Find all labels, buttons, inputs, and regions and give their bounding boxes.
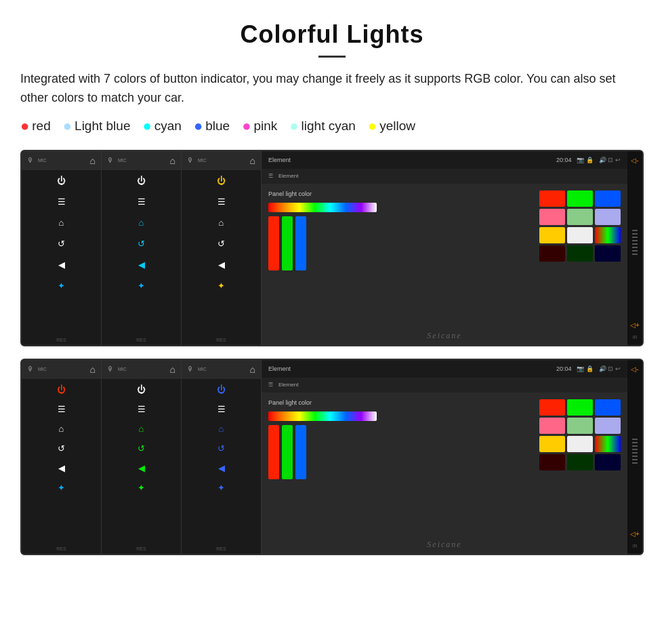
bar-green-1 bbox=[282, 216, 293, 270]
refresh-icon-3: ↺ bbox=[217, 239, 225, 249]
bulb-blue: ● bbox=[194, 117, 203, 135]
house-icon-6: ⌂ bbox=[219, 424, 224, 434]
screen-header-2: Element 20:04 📷 🔒 🔊 ⊡ ↩ bbox=[262, 360, 627, 378]
home-icon-4: ⌂ bbox=[90, 364, 96, 375]
panel4-icons: ⏻ ☰ ⌂ ↺ ◀ ✦ bbox=[22, 379, 101, 544]
mic-label-4: MIC bbox=[38, 367, 47, 371]
mic-label-1: MIC bbox=[38, 158, 47, 163]
grid-cell-r4c3 bbox=[595, 245, 621, 262]
house-icon-5: ⌂ bbox=[139, 424, 144, 434]
back-icon-4: ◀ bbox=[58, 463, 65, 473]
bt-icon-2: ✦ bbox=[138, 281, 145, 291]
menu-icon-3: ☰ bbox=[217, 197, 226, 207]
vol-down-icon-1: ◁- bbox=[631, 157, 638, 164]
panel-light-section-2: Panel light color bbox=[268, 399, 533, 533]
color-indicators-row: ● red ● Light blue ● cyan ● blue ● pink … bbox=[20, 117, 644, 135]
panel6-icons: ⏻ ☰ ⌂ ↺ ◀ ✦ bbox=[182, 379, 261, 544]
refresh-icon-4: ↺ bbox=[58, 443, 65, 454]
grid2-cell-r1c1 bbox=[539, 399, 565, 416]
color-item-blue: ● blue bbox=[194, 117, 230, 135]
page-container: Colorful Lights Integrated with 7 colors… bbox=[0, 0, 664, 569]
device-row-2: 🎙 MIC ⌂ ⏻ ☰ ⌂ ↺ ◀ ✦ RES 🎙 MIC bbox=[20, 359, 644, 555]
grid-cell-r1c3 bbox=[595, 190, 621, 207]
house-icon-4: ⌂ bbox=[59, 424, 64, 434]
screen-subtitle-1: Element bbox=[278, 173, 298, 179]
screen-nav-2: 🔊 ⊡ ↩ bbox=[599, 365, 621, 372]
mic-label-3: MIC bbox=[198, 158, 207, 163]
rainbow-bar-1 bbox=[268, 203, 377, 212]
back-icon-5: ◀ bbox=[138, 463, 145, 473]
color-label-lightcyan: light cyan bbox=[302, 119, 356, 134]
color-bars-2 bbox=[268, 425, 533, 479]
panel5-icons: ⏻ ☰ ⌂ ↺ ◀ ✦ bbox=[102, 379, 181, 544]
panel1-topbar: 🎙 MIC ⌂ bbox=[22, 151, 101, 170]
grid-cell-r3c2 bbox=[567, 227, 593, 243]
grid-cell-r1c1 bbox=[539, 190, 565, 207]
mic-label-5: MIC bbox=[118, 367, 127, 371]
mic-label-2: MIC bbox=[118, 158, 127, 163]
color-label-cyan: cyan bbox=[154, 119, 182, 134]
main-screen-1: Element 20:04 📷 🔒 🔊 ⊡ ↩ ☰ Element Panel … bbox=[262, 151, 627, 345]
house-icon-1: ⌂ bbox=[59, 218, 64, 228]
panel5-topbar: 🎙 MIC ⌂ bbox=[102, 360, 181, 379]
bt-icon-5: ✦ bbox=[138, 483, 145, 493]
color-item-lightcyan: ● light cyan bbox=[289, 117, 356, 135]
panel-light-title-1: Panel light color bbox=[268, 190, 533, 197]
res-label-2: RES bbox=[102, 335, 181, 345]
color-item-yellow: ● yellow bbox=[368, 117, 415, 135]
refresh-icon-6: ↺ bbox=[217, 443, 225, 454]
bar-red-2 bbox=[268, 425, 279, 479]
color-label-red: red bbox=[32, 119, 50, 134]
grid-cell-r4c1 bbox=[539, 245, 565, 262]
description-text: Integrated with 7 colors of button indic… bbox=[20, 70, 644, 108]
bt-icon-3: ✦ bbox=[217, 281, 225, 291]
screen-icons-2: 📷 🔒 bbox=[577, 365, 594, 372]
panel-light-title-2: Panel light color bbox=[268, 399, 533, 406]
screen-icons-1: 📷 🔒 bbox=[577, 157, 594, 163]
panel1-icons: ⏻ ☰ ⌂ ↺ ◀ ✦ bbox=[22, 170, 101, 335]
panel4-topbar: 🎙 MIC ⌂ bbox=[22, 360, 101, 379]
res-label-4: RES bbox=[22, 544, 101, 554]
screen-content-2: Panel light color bbox=[262, 393, 627, 540]
mic-icon-5: 🎙 bbox=[107, 365, 114, 373]
menu-icon-1: ☰ bbox=[58, 197, 66, 207]
mic-icon-6: 🎙 bbox=[187, 365, 194, 373]
screen-element-label-1: Element bbox=[268, 157, 291, 163]
vol-tick-3 bbox=[632, 237, 638, 238]
house-icon-2: ⌂ bbox=[139, 218, 144, 228]
color-grid-section-2 bbox=[539, 399, 621, 533]
panel-3: 🎙 MIC ⌂ ⏻ ☰ ⌂ ↺ ◀ ✦ RES bbox=[182, 151, 262, 345]
back-icon-1: ◀ bbox=[58, 260, 65, 270]
title-divider bbox=[318, 56, 346, 58]
bar-blue-2 bbox=[295, 425, 306, 479]
screen-header-1: Element 20:04 📷 🔒 🔊 ⊡ ↩ bbox=[262, 151, 627, 169]
screen-element-label-2: Element bbox=[268, 365, 291, 372]
home-icon-5: ⌂ bbox=[170, 364, 175, 375]
grid2-cell-r4c3 bbox=[595, 454, 621, 470]
menu-icon-6: ☰ bbox=[217, 404, 226, 414]
page-title: Colorful Lights bbox=[20, 20, 644, 49]
bulb-lightblue: ● bbox=[63, 117, 72, 135]
vol-tick-5 bbox=[632, 243, 638, 245]
color-item-pink: ● pink bbox=[242, 117, 277, 135]
back-icon-6: ◀ bbox=[218, 463, 225, 473]
home-icon-2: ⌂ bbox=[170, 155, 175, 166]
grid2-cell-r3c3 bbox=[595, 436, 621, 452]
panel3-icons: ⏻ ☰ ⌂ ↺ ◀ ✦ bbox=[182, 170, 261, 335]
title-section: Colorful Lights bbox=[20, 20, 644, 58]
menu-icon-4: ☰ bbox=[58, 404, 66, 414]
grid-cell-r1c2 bbox=[567, 190, 593, 207]
screen-time-1: 20:04 bbox=[556, 157, 572, 163]
bulb-pink: ● bbox=[242, 117, 251, 135]
panel-light-section-1: Panel light color bbox=[268, 190, 533, 324]
vol-up-icon-2: ◁+ bbox=[630, 530, 640, 538]
grid2-cell-r3c2 bbox=[567, 436, 593, 452]
vol-slider-2: ◁- ◁+ IR bbox=[627, 360, 642, 554]
grid-cell-r2c1 bbox=[539, 209, 565, 225]
screen-menu-icon-1: ☰ bbox=[268, 173, 273, 179]
vol-tick-2 bbox=[632, 233, 638, 235]
mic-icon-4: 🎙 bbox=[27, 365, 34, 373]
panel-2: 🎙 MIC ⌂ ⏻ ☰ ⌂ ↺ ◀ ✦ RES bbox=[102, 151, 182, 345]
res-label-3: RES bbox=[182, 335, 261, 345]
watermark-2: Seicane bbox=[262, 540, 627, 554]
